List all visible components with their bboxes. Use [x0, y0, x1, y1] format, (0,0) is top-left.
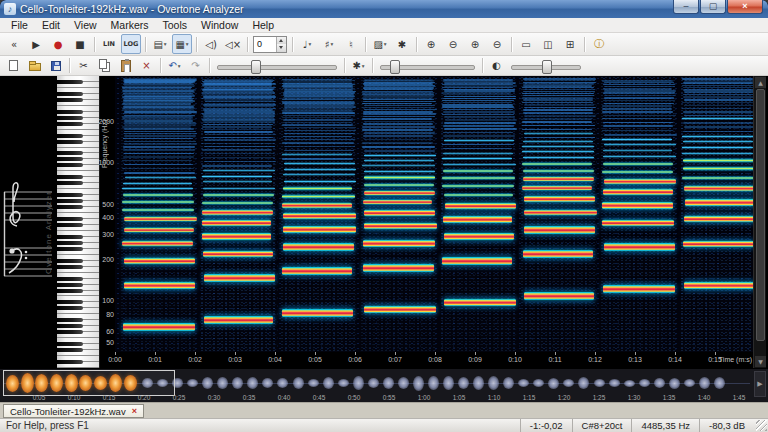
piano-key-black[interactable]	[57, 175, 83, 179]
zoom-in-frequency-button[interactable]: ⊕	[465, 34, 485, 54]
piano-key-black[interactable]	[57, 348, 83, 352]
piano-key-black[interactable]	[57, 318, 83, 322]
zoom-out-time-button[interactable]: ⊖	[443, 34, 463, 54]
zoom-in-time-button[interactable]: ⊕	[421, 34, 441, 54]
scroll-down-icon[interactable]: ▼	[755, 356, 766, 367]
piano-key-black[interactable]	[57, 116, 83, 120]
piano-key-black[interactable]	[57, 140, 83, 144]
piano-key-black[interactable]	[57, 181, 83, 185]
close-button[interactable]: ×	[727, 0, 763, 14]
overview-scroll-button[interactable]: ▶	[754, 371, 766, 397]
layout-grid-view-button[interactable]: ⊞	[560, 34, 580, 54]
scroll-up-icon[interactable]: ▲	[755, 77, 766, 88]
sharp-button[interactable]: ♯▾	[319, 34, 339, 54]
piano-key-black[interactable]	[57, 223, 83, 227]
piano-key-black[interactable]	[57, 283, 83, 287]
layout-single-view-button[interactable]: ▭	[516, 34, 536, 54]
menu-item-window[interactable]: Window	[194, 18, 245, 33]
colormap-button[interactable]: ▨▾	[370, 34, 390, 54]
piano-key-black[interactable]	[57, 110, 83, 114]
piano-key-black[interactable]	[57, 92, 83, 96]
playback-position-slider-thumb[interactable]	[251, 60, 261, 74]
playback-speed-slider-thumb[interactable]	[390, 60, 400, 74]
contrast-icon[interactable]: ◐	[487, 57, 506, 75]
menu-item-file[interactable]: File	[4, 18, 35, 33]
delete-button[interactable]: ×	[137, 57, 156, 75]
piano-key-black[interactable]	[57, 199, 83, 203]
piano-key-black[interactable]	[57, 289, 83, 293]
spectrum-view-button[interactable]: ▤▾	[150, 34, 170, 54]
zoom-out-frequency-button[interactable]: ⊖	[487, 34, 507, 54]
piano-key-black[interactable]	[57, 205, 83, 209]
piano-key-black[interactable]	[57, 330, 83, 334]
menu-item-view[interactable]: View	[67, 18, 104, 33]
piano-keyboard[interactable]	[57, 76, 100, 368]
piano-key-black[interactable]	[57, 98, 83, 102]
piano-key-black[interactable]	[57, 360, 83, 364]
piano-key-black[interactable]	[57, 300, 83, 304]
playback-position-slider[interactable]	[217, 58, 337, 74]
cut-button[interactable]: ✂	[74, 57, 93, 75]
linear-scale-button[interactable]: LIN	[99, 34, 119, 54]
piano-key-black[interactable]	[57, 235, 83, 239]
undo-button[interactable]: ↶▾	[165, 57, 184, 75]
scrollbar-thumb[interactable]	[756, 89, 765, 341]
piano-key-black[interactable]	[57, 157, 83, 161]
note-value-button[interactable]: ♩▾	[297, 34, 317, 54]
skip-to-start-button[interactable]: «	[4, 34, 24, 54]
spectrogram-contrast-slider[interactable]	[511, 58, 581, 74]
piano-key-black[interactable]	[57, 324, 83, 328]
layout-split-view-button[interactable]: ◫	[538, 34, 558, 54]
transpose-spinner-arrows[interactable]	[276, 37, 286, 52]
piano-key-black[interactable]	[57, 306, 83, 310]
play-button[interactable]: ▶	[26, 34, 46, 54]
record-button[interactable]: ●	[48, 34, 68, 54]
menu-item-markers[interactable]: Markers	[104, 18, 156, 33]
waveform-overview[interactable]: ▶ 0:050:100:150:200:250:300:350:400:450:…	[0, 368, 768, 402]
piano-key-black[interactable]	[57, 277, 83, 281]
tab-cello-file[interactable]: Cello-Tonleiter-192kHz.wav ×	[3, 404, 144, 418]
piano-key-black[interactable]	[57, 151, 83, 155]
piano-key-black[interactable]	[57, 193, 83, 197]
transpose-spinner[interactable]: 0	[253, 36, 287, 53]
mute-speaker-icon[interactable]: ◁×	[223, 34, 243, 54]
settings-gear-icon[interactable]: ✱	[392, 34, 412, 54]
piano-key-black[interactable]	[57, 259, 83, 263]
tips-button[interactable]: ⓘ	[589, 34, 609, 54]
speaker-icon[interactable]: ◁)	[201, 34, 221, 54]
spectrogram-view-button[interactable]: ▦▾	[172, 34, 192, 54]
piano-key-black[interactable]	[57, 134, 83, 138]
paste-button[interactable]	[116, 57, 135, 75]
spin-up-icon[interactable]	[277, 37, 286, 45]
menu-item-help[interactable]: Help	[245, 18, 281, 33]
tab-close-icon[interactable]: ×	[132, 407, 137, 416]
piano-key-black[interactable]	[57, 163, 83, 167]
open-file-button[interactable]	[25, 57, 44, 75]
stop-button[interactable]: ■	[70, 34, 90, 54]
menu-item-tools[interactable]: Tools	[156, 18, 195, 33]
save-file-button[interactable]	[46, 57, 65, 75]
piano-key-black[interactable]	[57, 342, 83, 346]
minimize-button[interactable]: –	[673, 0, 699, 14]
natural-button[interactable]: ♮	[341, 34, 361, 54]
title-bar[interactable]: ♪ Cello-Tonleiter-192kHz.wav - Overtone …	[0, 0, 768, 18]
redo-button[interactable]: ↷	[186, 57, 205, 75]
spectrogram[interactable]	[115, 76, 753, 352]
playback-speed-slider[interactable]	[380, 58, 475, 74]
spectrogram-contrast-slider-thumb[interactable]	[542, 60, 552, 74]
overview-selection[interactable]	[3, 370, 175, 396]
piano-key-black[interactable]	[57, 217, 83, 221]
menu-item-edit[interactable]: Edit	[35, 18, 67, 33]
analysis-settings-gear-icon[interactable]: ✱▾	[349, 57, 368, 75]
piano-key-black[interactable]	[57, 80, 83, 84]
maximize-button[interactable]: ▢	[700, 0, 726, 14]
piano-key-black[interactable]	[57, 265, 83, 269]
new-file-button[interactable]	[4, 57, 23, 75]
log-scale-button[interactable]: LOG	[121, 34, 141, 54]
vertical-scrollbar[interactable]: ▲ ▼	[753, 76, 766, 368]
spin-down-icon[interactable]	[277, 44, 286, 52]
resize-grip[interactable]	[756, 420, 767, 431]
copy-button[interactable]	[95, 57, 114, 75]
piano-key-black[interactable]	[57, 247, 83, 251]
piano-key-black[interactable]	[57, 241, 83, 245]
